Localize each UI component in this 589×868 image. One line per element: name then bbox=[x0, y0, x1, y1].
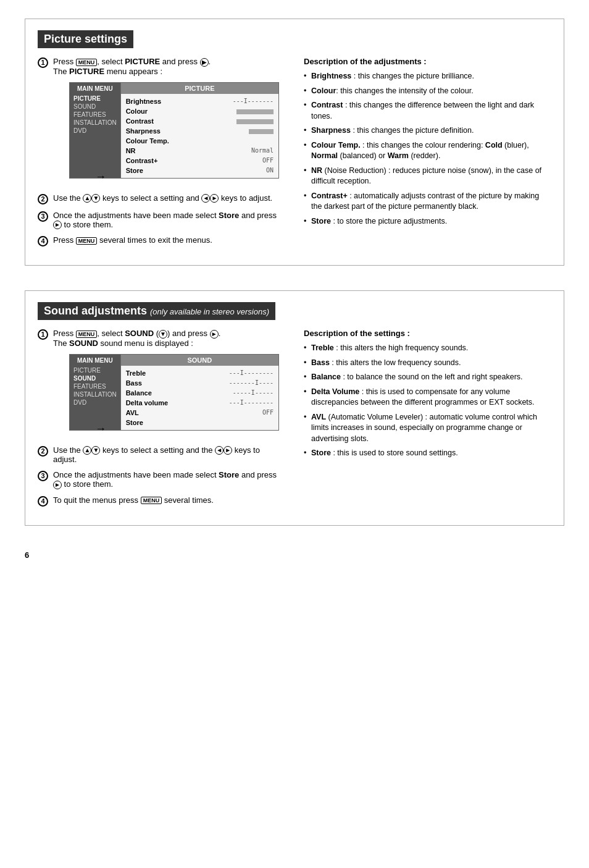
down-arrow-icon: ▼ bbox=[91, 194, 100, 203]
contrast-plus-label: Contrast+ bbox=[126, 157, 158, 164]
brightness-label: Brightness bbox=[126, 98, 161, 105]
menu-item-dvd: DVD bbox=[73, 127, 117, 135]
sound-menu-icon2: MENU bbox=[141, 497, 162, 504]
avl-label: AVL bbox=[126, 409, 139, 416]
desc-contrast-plus: Contrast+ : automatically adjusts contra… bbox=[304, 191, 551, 213]
sound-up-icon: ▲ bbox=[83, 446, 91, 455]
sound-menu-title: SOUND bbox=[121, 355, 278, 366]
nr-label: NR bbox=[126, 147, 136, 154]
picture-menu-title: PICTURE bbox=[121, 83, 278, 94]
sound-content: 1 Press MENU, select SOUND (▼) and press… bbox=[38, 329, 551, 513]
sound-menu-icon: MENU bbox=[76, 331, 98, 338]
sound-bold2: SOUND bbox=[69, 339, 98, 348]
sound-menu-item-features: FEATURES bbox=[73, 382, 117, 390]
sound-step4: 4 To quit the menus press MENU several t… bbox=[38, 495, 285, 507]
picture-step3: 3 Once the adjustments have been made se… bbox=[38, 211, 285, 230]
sharpness-label: Sharpness bbox=[126, 127, 161, 135]
sound-main-menu-title: MAIN MENU bbox=[73, 357, 117, 364]
desc-colour: Colour: this changes the intensity of th… bbox=[304, 86, 551, 97]
sound-left-col: 1 Press MENU, select SOUND (▼) and press… bbox=[38, 329, 285, 513]
picture-step2: 2 Use the ▲▼ keys to select a setting an… bbox=[38, 193, 285, 204]
page-number: 6 bbox=[25, 550, 564, 560]
step3-content: Once the adjustments have been made sele… bbox=[53, 211, 285, 230]
sound-settings-title: Sound adjustments bbox=[44, 305, 147, 317]
sound-step1-line2: The SOUND sound menu is displayed : bbox=[53, 339, 285, 348]
sound-store-bold: Store bbox=[219, 470, 239, 479]
step1-line1: Press MENU, select PICTURE and press ▶. bbox=[53, 57, 285, 67]
picture-step1: 1 Press MENU, select PICTURE and press ▶… bbox=[38, 57, 285, 185]
store-label: Store bbox=[126, 167, 143, 174]
sharpness-bar bbox=[249, 129, 274, 134]
sound-step1-content: Press MENU, select SOUND (▼) and press ►… bbox=[53, 329, 285, 437]
sound-settings-subtitle: (only available in stereo versions) bbox=[150, 307, 269, 316]
sound-step2-circle: 2 bbox=[38, 446, 48, 457]
sound-step3-circle: 3 bbox=[38, 471, 48, 481]
step3-circle: 3 bbox=[38, 211, 48, 222]
left-arrow-icon: ◄ bbox=[201, 194, 210, 203]
sound-right-col: Description of the settings : Treble : t… bbox=[304, 329, 551, 513]
desc-delta-volume: Delta Volume : this is used to compensat… bbox=[304, 387, 551, 408]
balance-value: -----I----- bbox=[233, 389, 274, 397]
menu-right-panel: PICTURE Brightness ---I------- Colour bbox=[120, 83, 278, 178]
desc-bass: Bass : this alters the low frequency sou… bbox=[304, 358, 551, 369]
colour-label: Colour bbox=[126, 107, 148, 115]
sound-menu-left-panel: MAIN MENU PICTURE SOUND FEATURES INSTALL… bbox=[70, 355, 120, 430]
step1-circle: 1 bbox=[38, 57, 48, 68]
picture-desc-list: Brightness : this changes the picture br… bbox=[304, 71, 551, 227]
brightness-value: ---I------- bbox=[233, 98, 274, 105]
sound-menu-diagram: MAIN MENU PICTURE SOUND FEATURES INSTALL… bbox=[69, 354, 279, 431]
picture-desc-title: Description of the adjustments : bbox=[304, 57, 551, 66]
delta-volume-label: Delta volume bbox=[126, 399, 168, 407]
sound-step4-circle: 4 bbox=[38, 496, 48, 507]
right-circle-icon: ► bbox=[53, 221, 62, 229]
menu-row-colour: Colour bbox=[126, 106, 274, 116]
bass-label: Bass bbox=[126, 379, 142, 387]
menu-row-sound-store: Store bbox=[126, 418, 274, 428]
nr-value: Normal bbox=[251, 147, 274, 154]
treble-label: Treble bbox=[126, 369, 146, 377]
step2-circle: 2 bbox=[38, 194, 48, 204]
sound-desc-list: Treble : this alters the high frequency … bbox=[304, 343, 551, 459]
store-value: ON bbox=[266, 167, 274, 174]
sound-menu-item-dvd: DVD bbox=[73, 398, 117, 407]
right-circle-icon2: ► bbox=[210, 330, 219, 339]
sound-down-icon: ▼ bbox=[91, 446, 100, 455]
menu-icon2: MENU bbox=[76, 237, 98, 245]
desc-colour-temp: Colour Temp. : this changes the colour r… bbox=[304, 140, 551, 162]
picture-bold2: PICTURE bbox=[69, 67, 104, 76]
contrast-label: Contrast bbox=[126, 117, 154, 125]
picture-settings-header: Picture settings bbox=[38, 30, 133, 48]
sound-menu-right-panel: SOUND Treble ---I-------- Bass -------I-… bbox=[120, 355, 278, 430]
sound-step1: 1 Press MENU, select SOUND (▼) and press… bbox=[38, 329, 285, 437]
sound-desc-title: Description of the settings : bbox=[304, 329, 551, 338]
delta-volume-value: ---I-------- bbox=[229, 399, 274, 407]
balance-label: Balance bbox=[126, 389, 152, 397]
step1-line2: The PICTURE menu appears : bbox=[53, 67, 285, 76]
sound-step3: 3 Once the adjustments have been made se… bbox=[38, 470, 285, 489]
menu-row-bass: Bass -------I---- bbox=[126, 378, 274, 388]
down-circle-icon: ▼ bbox=[159, 330, 167, 339]
sound-step2: 2 Use the ▲▼ keys to select a setting an… bbox=[38, 445, 285, 465]
desc-balance: Balance : to balance the sound on the le… bbox=[304, 372, 551, 383]
sound-step1-line1: Press MENU, select SOUND (▼) and press ►… bbox=[53, 329, 285, 339]
sound-settings-header: Sound adjustments (only available in ste… bbox=[38, 302, 275, 320]
desc-sharpness: Sharpness : this changes the picture def… bbox=[304, 125, 551, 137]
sound-right-icon: ► bbox=[223, 446, 232, 455]
menu-item-features: FEATURES bbox=[73, 111, 117, 119]
contrast-plus-value: OFF bbox=[262, 157, 274, 164]
right-arrow-icon2: ► bbox=[210, 194, 219, 203]
menu-item-sound: SOUND bbox=[73, 103, 117, 111]
menu-item-picture: PICTURE bbox=[73, 95, 117, 103]
colour-temp-label: Colour Temp. bbox=[126, 137, 169, 145]
picture-left-col: 1 Press MENU, select PICTURE and press ▶… bbox=[38, 57, 285, 253]
main-menu-title: MAIN MENU bbox=[73, 85, 117, 92]
sound-menu-item-picture: PICTURE bbox=[73, 366, 117, 374]
desc-contrast: Contrast : this changes the difference b… bbox=[304, 100, 551, 122]
menu-row-treble: Treble ---I-------- bbox=[126, 368, 274, 378]
picture-settings-section: Picture settings 1 Press MENU, select PI… bbox=[25, 19, 564, 266]
sound-menu-arrow: → bbox=[95, 423, 106, 436]
avl-value: OFF bbox=[262, 409, 274, 416]
picture-content: 1 Press MENU, select PICTURE and press ▶… bbox=[38, 57, 551, 253]
sound-settings-section: Sound adjustments (only available in ste… bbox=[25, 290, 564, 526]
menu-row-avl: AVL OFF bbox=[126, 408, 274, 418]
